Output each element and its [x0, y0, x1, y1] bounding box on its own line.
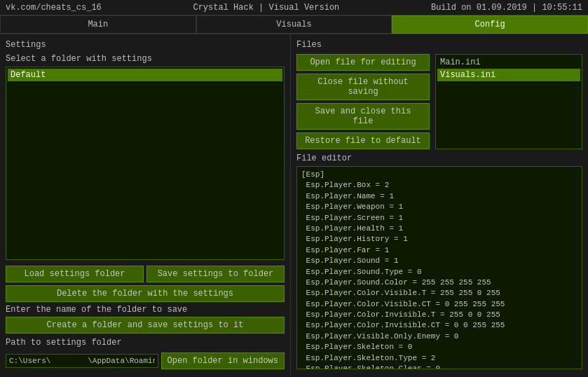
editor-line: Esp.Player.Far = 1: [301, 245, 577, 256]
editor-line: Esp.Player.Color.Visible.CT = 0 255 255 …: [301, 299, 577, 310]
path-row: Open folder in windows: [6, 352, 285, 369]
file-item-main[interactable]: Main.ini: [437, 56, 580, 69]
folder-list: Default: [6, 67, 285, 260]
close-no-save-button[interactable]: Close file without saving: [296, 74, 430, 100]
tab-config[interactable]: Config: [392, 15, 588, 34]
editor-line: Esp.Player.Sound.Type = 0: [301, 267, 577, 277]
title-left: vk.com/cheats_cs_16: [6, 3, 102, 13]
editor-area[interactable]: [Esp] Esp.Player.Box = 2 Esp.Player.Name…: [296, 166, 582, 369]
create-folder-button[interactable]: Create a folder and save settings to it: [6, 317, 285, 334]
left-panel: Settings Select a folder with settings D…: [0, 34, 291, 375]
path-input[interactable]: [6, 354, 158, 368]
editor-line: Esp.Player.Color.Invisible.T = 255 0 0 2…: [301, 310, 577, 320]
tab-bar: Main Visuals Config: [0, 15, 588, 34]
editor-line: Esp.Player.Skeleton = 0: [301, 342, 577, 352]
right-panel: Files Open file for editing Close file w…: [291, 34, 588, 375]
title-bar: vk.com/cheats_cs_16 Crystal Hack | Visua…: [0, 0, 588, 15]
editor-line: [Esp]: [301, 170, 577, 180]
file-item-visuals[interactable]: Visuals.ini: [437, 69, 580, 81]
editor-line: Esp.Player.Name = 1: [301, 191, 577, 202]
editor-line: Esp.Player.Skeleton.Clear = 0: [301, 364, 577, 369]
open-folder-button[interactable]: Open folder in windows: [161, 352, 285, 369]
folder-action-row: Load settings folder Save settings to fo…: [6, 266, 285, 282]
delete-folder-button[interactable]: Delete the folder with the settings: [6, 285, 285, 302]
path-label: Path to settings folder: [6, 338, 285, 348]
editor-line: Esp.Player.Screen = 1: [301, 213, 577, 224]
editor-label: File editor: [296, 153, 582, 163]
editor-line: Esp.Player.Color.Invisible.CT = 0 0 255 …: [301, 320, 577, 331]
editor-line: Esp.Player.Box = 2: [301, 180, 577, 191]
editor-line: Esp.Player.Weapon = 1: [301, 202, 577, 212]
tab-main[interactable]: Main: [0, 15, 196, 34]
files-title: Files: [296, 40, 582, 50]
settings-title: Settings: [6, 40, 285, 50]
main-content: Settings Select a folder with settings D…: [0, 34, 588, 375]
title-right: Build on 01.09.2019 | 10:55:11: [431, 3, 582, 13]
file-list-area: Open file for editing Close file without…: [296, 54, 582, 149]
file-buttons: Open file for editing Close file without…: [296, 54, 430, 149]
file-list: Main.ini Visuals.ini: [435, 54, 582, 149]
editor-line: Esp.Player.Sound = 1: [301, 256, 577, 266]
editor-line: Esp.Player.Health = 1: [301, 224, 577, 234]
save-settings-button[interactable]: Save settings to folder: [146, 266, 285, 282]
folder-name-label: Enter the name of the folder to save: [6, 305, 285, 315]
restore-button[interactable]: Restore file to default: [296, 132, 430, 149]
save-close-button[interactable]: Save and close this file: [296, 103, 430, 130]
editor-line: Esp.Player.Sound.Color = 255 255 255 255: [301, 277, 577, 288]
title-center: Crystal Hack | Visual Version: [193, 3, 339, 13]
folder-label: Select a folder with settings: [6, 54, 285, 64]
open-file-button[interactable]: Open file for editing: [296, 54, 430, 71]
load-settings-button[interactable]: Load settings folder: [6, 266, 144, 282]
editor-line: Esp.Player.Color.Visible.T = 255 255 0 2…: [301, 288, 577, 299]
editor-line: Esp.Player.History = 1: [301, 234, 577, 245]
folder-item-default[interactable]: Default: [8, 69, 282, 81]
editor-line: Esp.Player.Visible.Only.Enemy = 0: [301, 331, 577, 342]
editor-line: Esp.Player.Skeleton.Type = 2: [301, 353, 577, 364]
tab-visuals[interactable]: Visuals: [196, 15, 392, 34]
